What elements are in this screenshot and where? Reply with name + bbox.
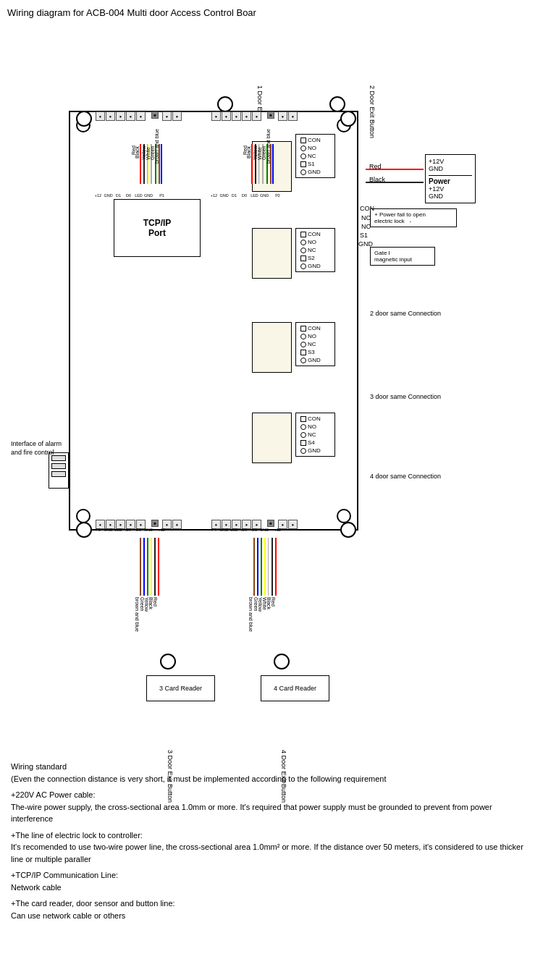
door3-label: 3 door same Connection bbox=[370, 393, 441, 400]
relay-door2: CON NO NC S2 GND bbox=[295, 228, 335, 272]
pin-labels-p3: P3 GND LED D0 D1 GND +12 bbox=[93, 528, 167, 532]
card-reader-text: +The card reader, door sensor and button… bbox=[11, 897, 532, 921]
diagram-area: SIL 1 Card Reader 2 Card Reader 1 Door E… bbox=[11, 24, 532, 755]
door2-label: 2 door same Connection bbox=[370, 310, 441, 317]
exit-btn-3 bbox=[160, 654, 176, 669]
door-exit-btn-4-label: 4 Door Exit Button bbox=[269, 703, 284, 761]
lock-connector-3 bbox=[252, 322, 292, 373]
gate-magnetic-box: Gate Imagnetic input bbox=[370, 247, 435, 266]
tcpip-port: TCP/IPPort bbox=[114, 199, 201, 257]
connector-p2: ● ● ● ● ● ■ ● ● bbox=[211, 111, 298, 121]
electric-lock-text: +The line of electric lock to controller… bbox=[11, 829, 532, 866]
corner-circle-top-right bbox=[340, 111, 356, 127]
main-board: TCP/IPPort ● ● ● ● ● ■ ● ● ● ● ● ● ● ■ ●… bbox=[69, 111, 358, 531]
power-fail-box: + Power fail to openelectric lock - CON … bbox=[370, 208, 457, 227]
relay-door3: CON NO NC S3 GND bbox=[295, 322, 335, 366]
door4-label: 4 door same Connection bbox=[370, 473, 441, 480]
relay-door4: CON NO NC S4 GND bbox=[295, 413, 335, 457]
connector-p1: ● ● ● ● ● ■ ● ● bbox=[96, 111, 182, 121]
card-reader-3-box: 3 Card Reader bbox=[146, 675, 215, 701]
wiring-standard-section: Wiring standard (Even the connection dis… bbox=[7, 761, 536, 921]
pin-labels-p4: P4 GND LED D0 D1 GND +12 bbox=[209, 528, 282, 532]
wiring-intro: Wiring standard (Even the connection dis… bbox=[11, 761, 532, 785]
card-reader-4-box: 4 Card Reader bbox=[261, 675, 329, 701]
relay-door1: CON NO NC S1 GND bbox=[295, 134, 335, 178]
pin-labels-p2: +12 GND D1 D0 LED GND P2 bbox=[209, 193, 282, 198]
corner-circle-bot-right bbox=[340, 522, 356, 538]
tcp-text: +TCP/IP Communication Line: Network cabl… bbox=[11, 869, 532, 893]
corner-circle-bot-left bbox=[76, 522, 92, 538]
lock-connector-2 bbox=[252, 228, 292, 279]
page-title: Wiring diagram for ACB-004 Multi door Ac… bbox=[7, 7, 536, 18]
corner-circle-top-left bbox=[76, 111, 92, 127]
alarm-label: Interface of alarmand fire control bbox=[11, 440, 65, 457]
ac-power-text: +220V AC Power cable: The-wire power sup… bbox=[11, 789, 532, 825]
lock-connector-4 bbox=[252, 413, 292, 463]
door-exit-btn-3-label: 3 Door Exit Button bbox=[156, 703, 170, 761]
pin-labels-p1: +12 GND D1 D0 LED GND P1 bbox=[93, 193, 167, 198]
exit-btn-4 bbox=[274, 654, 290, 669]
alarm-interface bbox=[49, 452, 69, 489]
